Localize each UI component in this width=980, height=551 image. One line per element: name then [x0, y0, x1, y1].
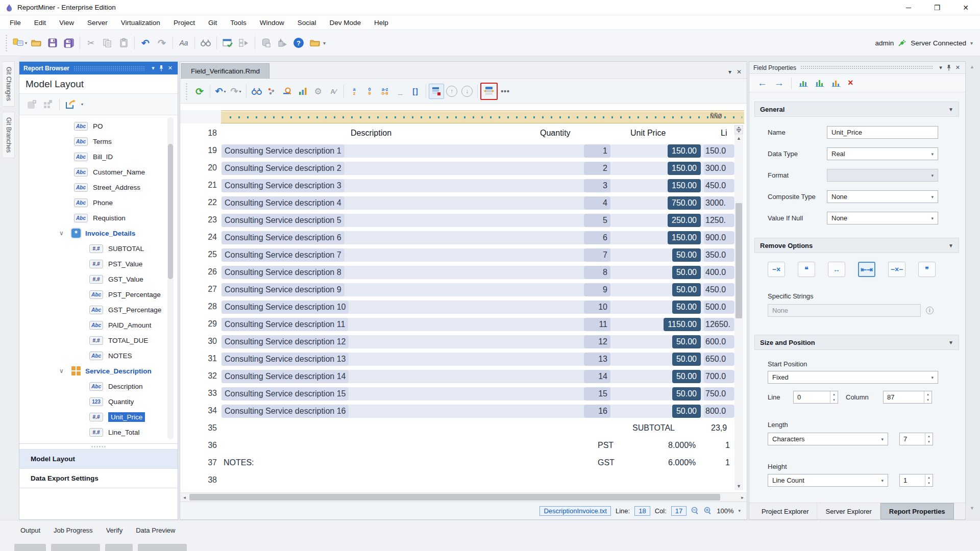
grid-row[interactable]: 30Consulting Service description 121250.…	[180, 333, 747, 350]
step-up-icon[interactable]: ▲	[925, 474, 933, 481]
unit-price-cell[interactable]: 750.00	[668, 196, 701, 210]
help-button[interactable]: ?	[290, 34, 307, 52]
maximize-button[interactable]: ❐	[923, 0, 951, 15]
font-button[interactable]: Aa	[176, 34, 192, 52]
quantity-cell[interactable]: 13	[584, 353, 610, 366]
quantity-cell[interactable]: 14	[584, 370, 610, 383]
grid-row[interactable]: 24Consulting Service description 66150.0…	[180, 229, 747, 246]
line-total-cell[interactable]: 700.0	[704, 370, 734, 383]
save-all-button[interactable]	[61, 34, 77, 52]
tree-item-unit-price[interactable]: #.#Unit_Price	[19, 409, 178, 424]
line-total-cell[interactable]: 750.0	[704, 387, 734, 400]
close-panel-icon[interactable]: ✕	[953, 64, 962, 71]
grid-row[interactable]: 33Consulting Service description 151550.…	[180, 385, 747, 403]
menu-item-help[interactable]: Help	[368, 15, 395, 30]
tree-item-line-total[interactable]: #.#Line_Total	[19, 424, 178, 440]
toolbar-options-icon[interactable]: ▾	[970, 40, 973, 46]
job-schedule-button[interactable]	[236, 34, 252, 52]
grid-row[interactable]: 20Consulting Service description 22150.0…	[180, 160, 747, 177]
grid-row[interactable]: 31Consulting Service description 131350.…	[180, 350, 747, 368]
chevron-down-icon[interactable]: ▾	[81, 102, 83, 107]
section-general[interactable]: General ▼	[754, 102, 959, 117]
unit-price-cell[interactable]: 50.00	[672, 353, 701, 366]
unit-price-cell[interactable]: 50.00	[672, 266, 701, 279]
description-cell[interactable]: Consulting Service description 3	[222, 179, 345, 192]
find-in-document-button[interactable]	[249, 84, 264, 99]
line-total-cell[interactable]: 12650.	[704, 318, 734, 331]
sort-alpha-button[interactable]: az	[347, 84, 362, 99]
remove-leading-x-icon[interactable]: −×	[768, 262, 785, 277]
tree-scrollbar[interactable]	[167, 117, 174, 439]
specific-strings-field[interactable]	[768, 304, 921, 317]
height-unit-select[interactable]: Line Count▾	[768, 474, 888, 487]
grid-row[interactable]: 19Consulting Service description 11150.0…	[180, 142, 747, 160]
collapse-icon[interactable]: ▼	[948, 243, 953, 248]
collapse-icon[interactable]: ▼	[948, 340, 953, 345]
quantity-cell[interactable]: 12	[584, 335, 610, 348]
verify-button[interactable]	[219, 34, 236, 52]
tree-item-notes[interactable]: AbcNOTES	[19, 348, 178, 363]
grid-vertical-scrollbar[interactable]: ▲ ▼	[734, 125, 743, 490]
grid-header-row[interactable]: 18 Description Quantity Unit Price Li	[180, 125, 747, 142]
description-cell[interactable]: Consulting Service description 14	[222, 370, 349, 383]
step-up-icon[interactable]: ▲	[830, 391, 838, 397]
side-tab-git-changes[interactable]: Git Changes	[3, 61, 15, 107]
scroll-up-icon[interactable]: ▲	[734, 134, 743, 142]
menu-item-dev-mode[interactable]: Dev Mode	[323, 15, 368, 30]
menu-item-window[interactable]: Window	[253, 15, 291, 30]
line-total-cell[interactable]: 3000.	[704, 196, 734, 210]
statistics-chart-icon-3[interactable]	[831, 79, 841, 87]
tree-item-pst-value[interactable]: #.#PST_Value	[19, 256, 178, 271]
tab-server-explorer[interactable]: Server Explorer	[817, 503, 880, 519]
bottom-tab-stub[interactable]	[51, 544, 100, 551]
unit-price-cell[interactable]: 150.00	[668, 231, 701, 244]
underscore-button[interactable]: _	[393, 84, 408, 99]
tree-item-po[interactable]: AbcPO	[19, 118, 178, 134]
sort-numeric-button[interactable]: 09	[362, 84, 377, 99]
export-model-button[interactable]	[64, 97, 78, 112]
description-cell[interactable]: Consulting Service description 6	[222, 231, 345, 244]
unit-price-cell[interactable]: 50.00	[672, 405, 701, 418]
tree-item-bill-id[interactable]: AbcBill_ID	[19, 149, 178, 164]
name-field[interactable]	[827, 126, 938, 139]
more-options-button[interactable]: •••	[498, 84, 513, 99]
pin-icon[interactable]	[944, 64, 953, 71]
unit-price-cell[interactable]: 150.00	[668, 162, 701, 175]
cut-button[interactable]: ✂	[83, 34, 99, 52]
tree-item-requistion[interactable]: AbcRequistion	[19, 210, 178, 226]
browser-view-model-layout[interactable]: Model Layout	[19, 449, 178, 468]
trim-spaces-icon[interactable]: ↔	[828, 262, 845, 277]
menu-item-social[interactable]: Social	[291, 15, 323, 30]
grid-row[interactable]: 26Consulting Service description 8850.00…	[180, 264, 747, 281]
quantity-cell[interactable]: 8	[584, 266, 610, 279]
line-total-cell[interactable]: 500.0	[704, 300, 734, 314]
move-up-button[interactable]: ↑	[444, 84, 459, 99]
unit-price-cell[interactable]: 50.00	[672, 335, 701, 348]
bottom-tab-stub[interactable]	[105, 544, 133, 551]
add-fields-button[interactable]	[41, 97, 55, 112]
line-total-cell[interactable]: 650.0	[704, 353, 734, 366]
quantity-cell[interactable]: 2	[584, 162, 610, 175]
toolbar-grip[interactable]	[5, 34, 8, 52]
chevron-down-icon[interactable]: ∨	[59, 230, 71, 237]
layout-view-toggle[interactable]	[429, 84, 444, 99]
hscrollbar-thumb[interactable]	[189, 494, 720, 500]
remove-open-quotes-icon[interactable]: ❝	[798, 262, 815, 277]
unit-price-cell[interactable]: 50.00	[672, 370, 701, 383]
scrollbar-thumb[interactable]	[736, 203, 742, 318]
format-select[interactable]: ▾	[827, 169, 938, 182]
open-button[interactable]	[28, 34, 44, 52]
line-total-cell[interactable]: 300.0	[704, 162, 734, 175]
column-ruler[interactable]: ÑÑØ	[221, 110, 744, 123]
quantity-cell[interactable]: 3	[584, 179, 610, 192]
extract-table-button-highlighted[interactable]	[480, 83, 498, 100]
tree-item-total-due[interactable]: #.#TOTAL_DUE	[19, 333, 178, 348]
data-type-select[interactable]: Real▾	[827, 147, 938, 160]
line-total-cell[interactable]: 450.0	[704, 283, 734, 296]
bottom-tab-job-progress[interactable]: Job Progress	[54, 527, 93, 534]
menu-item-virtualization[interactable]: Virtualization	[114, 15, 167, 30]
tree-item-description[interactable]: AbcDescription	[19, 379, 178, 394]
splitter-handle[interactable]	[19, 444, 178, 449]
source-file-badge[interactable]: DescriptionInvoice.txt	[540, 506, 611, 516]
bottom-tab-stub[interactable]	[14, 544, 46, 551]
